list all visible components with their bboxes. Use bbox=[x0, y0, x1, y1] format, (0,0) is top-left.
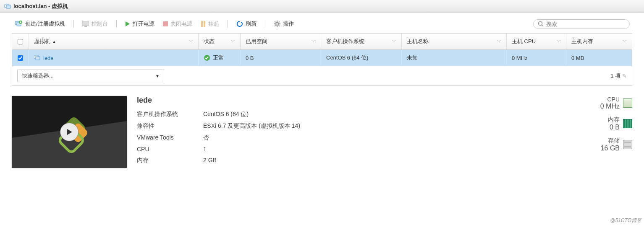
stat-cpu: CPU 0 MHz bbox=[600, 96, 632, 110]
vm-name-link[interactable]: lede bbox=[43, 55, 54, 61]
svg-rect-6 bbox=[84, 26, 87, 27]
actions-label: 操作 bbox=[283, 20, 294, 28]
value-mem: 2 GB bbox=[203, 157, 300, 164]
gear-icon bbox=[274, 21, 280, 27]
cell-os: CentOS 6 (64 位) bbox=[321, 50, 402, 66]
svg-rect-1 bbox=[6, 5, 10, 8]
page-title: localhost.lan - 虚拟机 bbox=[13, 3, 68, 10]
actions-button[interactable]: 操作 bbox=[270, 19, 297, 29]
cell-mem: 0 MB bbox=[566, 50, 632, 66]
value-cpu: 1 bbox=[203, 146, 300, 153]
svg-rect-7 bbox=[163, 21, 168, 26]
label-mem: 内存 bbox=[137, 157, 178, 164]
row-checkbox[interactable] bbox=[18, 55, 23, 61]
toolbar: 创建/注册虚拟机 控制台 打开电源 关闭电源 挂起 刷新 bbox=[0, 13, 644, 33]
label-tools: VMware Tools bbox=[137, 134, 178, 142]
cell-space: 0 B bbox=[241, 50, 321, 66]
header-vm[interactable]: 虚拟机 ▲﹀ bbox=[29, 34, 199, 49]
refresh-button[interactable]: 刷新 bbox=[233, 19, 260, 29]
vm-table: 虚拟机 ▲﹀ 状态﹀ 已用空间﹀ 客户机操作系统﹀ 主机名称﹀ 主机 CPU﹀ … bbox=[12, 33, 632, 86]
chevron-down-icon[interactable]: ﹀ bbox=[623, 39, 627, 44]
cell-hostname: 未知 bbox=[402, 50, 507, 66]
stat-disk-label: 存储 bbox=[608, 137, 620, 145]
thumbnail-overlay bbox=[12, 96, 127, 168]
edit-columns-icon[interactable]: ✎ bbox=[622, 73, 627, 79]
separator bbox=[228, 20, 228, 28]
power-off-label: 关闭电源 bbox=[170, 20, 192, 28]
quick-filter-select[interactable]: 快速筛选器... ▼ bbox=[17, 70, 164, 82]
details-info: lede 客户机操作系统 CentOS 6 (64 位) 兼容性 ESXi 6.… bbox=[137, 96, 300, 164]
search-input[interactable] bbox=[546, 21, 625, 27]
power-on-label: 打开电源 bbox=[133, 20, 154, 28]
chevron-down-icon[interactable]: ﹀ bbox=[497, 39, 501, 44]
console-label: 控制台 bbox=[92, 20, 108, 28]
play-icon bbox=[125, 21, 130, 27]
header-checkbox-cell[interactable] bbox=[12, 34, 29, 49]
separator bbox=[73, 20, 74, 28]
row-count: 1 项 ✎ bbox=[610, 72, 627, 80]
memory-chip-icon bbox=[623, 119, 632, 128]
header-space[interactable]: 已用空间﹀ bbox=[241, 34, 321, 49]
vm-details: lede 客户机操作系统 CentOS 6 (64 位) 兼容性 ESXi 6.… bbox=[0, 86, 644, 178]
row-checkbox-cell[interactable] bbox=[12, 50, 29, 66]
svg-rect-22 bbox=[36, 57, 40, 60]
create-register-vm-button[interactable]: 创建/注册虚拟机 bbox=[12, 19, 68, 29]
stat-disk: 存储 16 GB bbox=[600, 137, 632, 152]
suspend-button[interactable]: 挂起 bbox=[197, 19, 223, 29]
window-header: localhost.lan - 虚拟机 bbox=[0, 0, 644, 13]
select-all-checkbox[interactable] bbox=[18, 39, 23, 44]
header-mem[interactable]: 主机内存﹀ bbox=[566, 34, 632, 49]
svg-line-15 bbox=[275, 21, 275, 22]
chevron-down-icon: ▼ bbox=[155, 74, 160, 78]
host-icon bbox=[4, 3, 11, 10]
power-on-button[interactable]: 打开电源 bbox=[122, 19, 158, 29]
stop-icon bbox=[163, 21, 168, 26]
table-row[interactable]: lede 正常 0 B CentOS 6 (64 位) 未知 0 MHz 0 M… bbox=[12, 50, 632, 66]
chevron-down-icon[interactable]: ﹀ bbox=[189, 39, 193, 44]
create-label: 创建/注册虚拟机 bbox=[25, 20, 65, 28]
refresh-label: 刷新 bbox=[246, 20, 257, 28]
create-vm-icon bbox=[15, 21, 23, 27]
cell-status: 正常 bbox=[199, 50, 241, 66]
label-compat: 兼容性 bbox=[137, 122, 178, 130]
refresh-icon bbox=[236, 21, 243, 27]
sort-asc-icon: ▲ bbox=[52, 39, 56, 44]
header-status[interactable]: 状态﹀ bbox=[199, 34, 241, 49]
chevron-down-icon[interactable]: ﹀ bbox=[392, 39, 396, 44]
label-cpu: CPU bbox=[137, 146, 178, 153]
disk-icon bbox=[623, 140, 632, 149]
chevron-down-icon[interactable]: ﹀ bbox=[557, 39, 561, 44]
label-os: 客户机操作系统 bbox=[137, 111, 178, 118]
svg-rect-5 bbox=[82, 21, 89, 26]
svg-point-19 bbox=[539, 22, 542, 26]
value-tools: 否 bbox=[203, 134, 300, 142]
cell-vm-name[interactable]: lede bbox=[29, 50, 199, 66]
pause-icon bbox=[201, 21, 206, 27]
separator bbox=[265, 20, 265, 28]
stat-mem: 内存 0 B bbox=[600, 116, 632, 131]
chevron-down-icon[interactable]: ﹀ bbox=[312, 39, 316, 44]
chevron-down-icon[interactable]: ﹀ bbox=[231, 39, 235, 44]
svg-line-16 bbox=[278, 26, 279, 26]
separator bbox=[116, 20, 117, 28]
details-vm-name: lede bbox=[137, 96, 300, 105]
header-hostname[interactable]: 主机名称﹀ bbox=[402, 34, 507, 49]
play-button[interactable] bbox=[60, 123, 79, 141]
svg-line-20 bbox=[542, 25, 544, 27]
svg-rect-9 bbox=[204, 21, 205, 27]
console-icon bbox=[82, 21, 89, 27]
console-button[interactable]: 控制台 bbox=[79, 19, 111, 29]
status-ok-icon bbox=[204, 54, 210, 61]
svg-point-10 bbox=[276, 23, 278, 25]
header-os[interactable]: 客户机操作系统﹀ bbox=[321, 34, 402, 49]
power-off-button[interactable]: 关闭电源 bbox=[160, 19, 196, 29]
svg-line-18 bbox=[278, 21, 279, 22]
value-compat: ESXi 6.7 及更高版本 (虚拟机版本 14) bbox=[203, 122, 300, 130]
table-footer: 快速筛选器... ▼ 1 项 ✎ bbox=[12, 66, 632, 85]
svg-line-17 bbox=[275, 26, 275, 26]
quick-filter-label: 快速筛选器... bbox=[22, 72, 54, 80]
header-cpu[interactable]: 主机 CPU﹀ bbox=[507, 34, 566, 49]
search-box[interactable] bbox=[533, 19, 630, 29]
search-icon bbox=[538, 21, 544, 27]
console-thumbnail[interactable] bbox=[12, 96, 127, 168]
